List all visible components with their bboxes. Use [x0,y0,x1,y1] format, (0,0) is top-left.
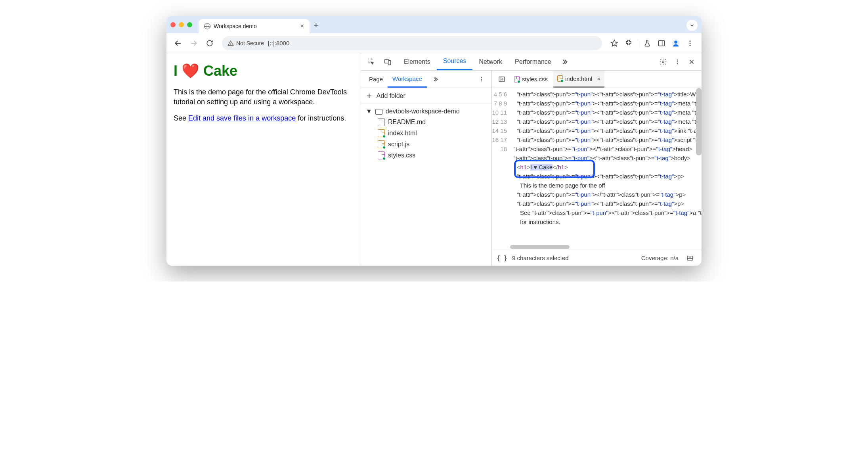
tab-strip: Workspace demo × + [166,16,702,33]
side-panel-button[interactable] [655,36,668,50]
code-editor[interactable]: 4 5 6 7 8 9 10 11 12 13 14 15 16 17 18 "… [492,88,702,250]
file-icon [378,140,385,148]
editor-tab-styles[interactable]: styles.css [510,71,552,88]
menu-button[interactable] [683,36,697,50]
tab-search-button[interactable] [686,20,698,31]
svg-point-3 [231,44,231,45]
file-name: index.html [388,130,417,137]
tab-sources[interactable]: Sources [437,53,473,70]
tree-file[interactable]: README.md [364,117,488,128]
back-button[interactable] [171,36,185,50]
text: See [174,114,188,122]
selection-status: 9 characters selected [512,255,569,261]
svg-rect-15 [388,60,391,65]
security-indicator[interactable]: Not Secure [228,40,264,46]
tree-folder[interactable]: ▼ devtools-workspace-demo [364,106,488,117]
text: for instructions. [296,114,346,122]
tab-elements[interactable]: Elements [398,53,437,70]
reload-button[interactable] [203,36,216,50]
svg-point-24 [481,80,482,81]
labs-button[interactable] [640,36,654,50]
security-label: Not Secure [236,40,264,46]
profile-button[interactable] [669,36,683,50]
tab-label: index.html [565,75,592,82]
devtools-tabs: Elements Sources Network Performance [398,53,571,70]
tab-label: styles.css [522,76,548,82]
tree-file[interactable]: index.html [364,128,488,139]
settings-button[interactable] [656,55,670,69]
svg-point-10 [690,40,691,42]
warning-icon [228,40,234,46]
svg-point-16 [662,61,664,63]
navigator-pane: Page Workspace + Add folder ▼ devtools [361,71,492,266]
svg-point-11 [690,42,691,44]
devtools-panel: Elements Sources Network Performance Pag… [361,53,702,266]
folder-icon [375,109,382,115]
devtools-main-toolbar: Elements Sources Network Performance [361,53,702,71]
workspace-link[interactable]: Edit and save files in a workspace [188,114,296,122]
svg-point-9 [674,40,677,43]
tree-file[interactable]: styles.css [364,150,488,161]
separator [638,39,638,48]
svg-point-12 [690,44,691,46]
vertical-scrollbar[interactable] [696,88,702,155]
bookmark-button[interactable] [608,36,621,50]
plus-icon: + [367,91,372,101]
svg-point-19 [677,63,678,64]
rendered-page: I ❤️ Cake This is the demo page for the … [166,53,361,266]
chevron-down-icon: ▼ [366,108,372,115]
toolbar-actions [608,36,697,50]
navigator-menu-button[interactable] [475,73,488,86]
file-icon [378,151,385,159]
devtools-menu-button[interactable] [671,55,684,69]
url-text: [::]:8000 [268,40,289,46]
nav-tab-page[interactable]: Page [364,71,388,88]
tree-file[interactable]: script.js [364,139,488,150]
close-devtools-button[interactable] [685,55,698,69]
navigator-tabs: Page Workspace [361,71,491,88]
globe-icon [204,23,210,29]
content-area: I ❤️ Cake This is the demo page for the … [166,53,702,266]
tab-performance[interactable]: Performance [509,53,558,70]
devtools-body: Page Workspace + Add folder ▼ devtools [361,71,702,266]
extensions-button[interactable] [622,36,635,50]
inspect-element-button[interactable] [364,55,378,69]
svg-marker-4 [611,40,618,46]
device-toolbar-button[interactable] [381,55,394,69]
page-paragraph-2: See Edit and save files in a workspace f… [174,113,354,123]
horizontal-scrollbar[interactable] [510,245,570,249]
editor-status-bar: { } 9 characters selected Coverage: n/a [492,250,702,266]
nav-tab-workspace[interactable]: Workspace [388,71,427,88]
add-folder-button[interactable]: + Add folder [361,88,491,104]
more-tabs-button[interactable] [558,55,571,69]
file-icon [378,129,385,137]
format-button[interactable]: { } [497,255,507,262]
browser-toolbar: Not Secure [::]:8000 [166,33,702,53]
window-controls [170,22,192,27]
minimize-window-icon[interactable] [179,22,184,27]
toggle-drawer-button[interactable] [683,251,697,265]
file-icon [514,76,520,82]
tab-network[interactable]: Network [472,53,509,70]
browser-tab[interactable]: Workspace demo × [199,19,310,33]
maximize-window-icon[interactable] [187,22,192,27]
svg-point-18 [677,61,678,62]
svg-point-22 [481,77,482,78]
file-name: README.md [388,119,426,126]
file-icon [378,118,385,126]
forward-button[interactable] [187,36,201,50]
new-tab-button[interactable]: + [314,20,319,31]
more-nav-tabs-button[interactable] [428,73,442,86]
editor-tab-index[interactable]: index.html × [553,71,604,88]
add-folder-label: Add folder [377,92,405,100]
tab-title: Workspace demo [214,23,257,29]
page-paragraph: This is the demo page for the official C… [174,87,354,107]
address-bar[interactable]: Not Secure [::]:8000 [222,36,602,50]
close-tab-icon[interactable]: × [300,23,304,30]
file-name: script.js [388,141,409,148]
source-code[interactable]: "t-attr">class"t-pun">="t-pun"><"t-attr"… [510,88,702,250]
toggle-navigator-button[interactable] [495,73,509,86]
close-tab-icon[interactable]: × [597,75,600,82]
close-window-icon[interactable] [170,22,176,27]
file-icon [557,75,563,82]
